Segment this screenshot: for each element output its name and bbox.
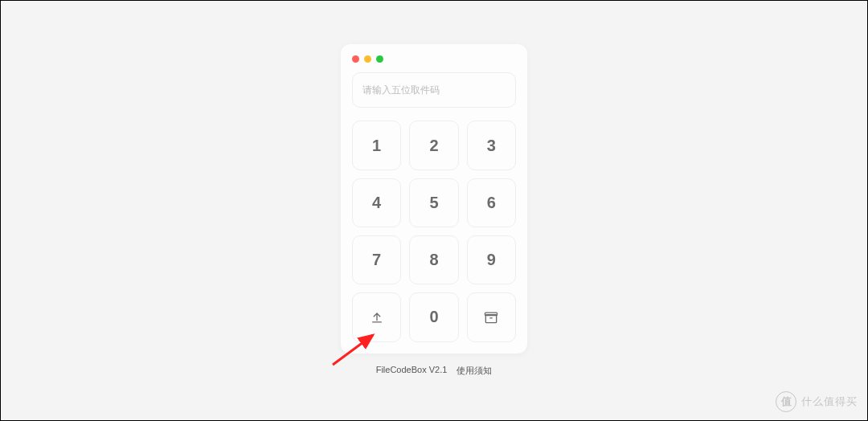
box-icon [483,309,499,325]
key-box[interactable] [467,292,516,341]
watermark: 值 什么值得买 [776,391,858,412]
key-upload[interactable] [352,292,401,341]
window-controls [352,55,516,63]
keypad: 1 2 3 4 5 6 7 8 9 0 [352,121,516,341]
maximize-dot[interactable] [376,55,383,63]
usage-notice-link[interactable]: 使用须知 [457,365,492,377]
code-input[interactable] [352,72,516,108]
watermark-text: 什么值得买 [801,394,858,409]
key-8[interactable]: 8 [409,235,458,284]
key-4[interactable]: 4 [352,178,401,227]
svg-rect-1 [485,313,497,315]
key-6[interactable]: 6 [467,178,516,227]
key-3[interactable]: 3 [467,121,516,170]
key-7[interactable]: 7 [352,235,401,284]
key-9[interactable]: 9 [467,235,516,284]
key-0[interactable]: 0 [409,292,458,341]
key-1[interactable]: 1 [352,121,401,170]
close-dot[interactable] [352,55,359,63]
code-input-card: 1 2 3 4 5 6 7 8 9 0 [341,44,527,353]
watermark-badge: 值 [776,391,796,412]
upload-icon [369,309,385,325]
key-5[interactable]: 5 [409,178,458,227]
app-name: FileCodeBox V2.1 [376,365,448,377]
key-2[interactable]: 2 [409,121,458,170]
footer: FileCodeBox V2.1 使用须知 [376,365,493,377]
minimize-dot[interactable] [364,55,371,63]
